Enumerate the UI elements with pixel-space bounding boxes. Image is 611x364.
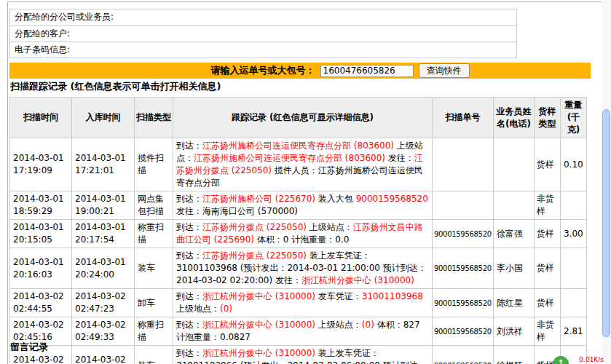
tracking-link[interactable]: 浙江杭州分拨中心 (310000)	[202, 348, 315, 358]
in-time-cell: 2014-03-02 02:47:23	[72, 289, 135, 317]
table-row: 2014-03-01 20:15:052014-03-01 20:17:54称重…	[10, 220, 587, 248]
tracking-text: 上级站点：	[307, 222, 353, 232]
table-row: 2014-03-02 02:45:162014-03-02 02:49:33称重…	[10, 317, 587, 346]
search-label: 请输入运单号或大包号：	[211, 64, 315, 77]
scan-type-cell: 装车	[135, 248, 173, 289]
tracking-text: 到达：	[176, 291, 202, 301]
tracking-text: 到达：	[176, 194, 202, 204]
weight-cell: 2.81	[561, 317, 587, 346]
column-header: 跟踪记录 (红色信息可显示详细信息)	[173, 98, 433, 138]
weight-cell	[561, 289, 587, 317]
tracking-link[interactable]: (0)	[362, 320, 374, 330]
tracking-record-cell: 到达：浙江杭州分拨中心 (310000) 装上发车凭证：31001102966 …	[173, 346, 433, 364]
scan-type-cell: 称重扫描	[135, 317, 173, 346]
scan-type-cell: 揽件扫描	[135, 138, 173, 191]
tracking-link[interactable]: 31001103968	[362, 291, 423, 301]
scan-time-cell: 2014-03-01 20:16:03	[10, 248, 72, 289]
message-records-title: 留言记录	[10, 341, 48, 354]
tracking-text: 到达：	[176, 320, 202, 330]
tracking-text: 到达：	[176, 141, 202, 151]
weight-cell: 0.10	[561, 138, 587, 191]
in-time-cell: 2014-03-01 17:21:01	[72, 138, 135, 191]
table-row: 2014-03-01 20:16:032014-03-01 20:24:00装车…	[10, 248, 587, 289]
tracking-link[interactable]: 江苏扬州分拨点 (225050)	[202, 250, 307, 261]
tracking-text: 到达：	[176, 250, 202, 261]
tracking-link[interactable]: 浙江杭州分拨中心 (310000)	[301, 275, 414, 285]
tracking-text: 上级站点：	[315, 320, 362, 330]
column-header: 重量 (千克)	[561, 98, 587, 138]
vertical-scrollbar[interactable]	[602, 0, 611, 364]
cargo-type-cell: 货样	[535, 220, 561, 248]
column-header: 扫描单号	[433, 98, 494, 138]
tracking-text: 装入大包	[315, 194, 356, 204]
scan-number-cell: 9000159568520	[433, 289, 494, 317]
tracking-text: 发车凭证：	[315, 291, 362, 301]
scan-type-cell: 卸车	[135, 289, 173, 317]
in-time-cell: 2014-03-02 02:49:33	[72, 317, 135, 346]
tracking-link[interactable]: (0)	[220, 304, 232, 314]
tracking-table-header: 扫描时间入库时间扫描类型跟踪记录 (红色信息可显示详细信息)扫描单号业务员姓名(…	[10, 98, 587, 138]
scan-number-cell: 9000159568520	[433, 317, 494, 346]
speed-indicator-text: 0.01K/s	[579, 356, 604, 363]
tracking-link[interactable]: 江苏扬州施桥公司连运便民寄存点分部 (803600)	[202, 141, 394, 151]
info-row-branch: 分配给的分公司或业务员:	[10, 9, 516, 25]
scan-number-cell: 9000159568520	[433, 346, 494, 364]
tracking-link[interactable]: 江苏扬州分拨点 (225050)	[202, 222, 307, 232]
scrollbar-thumb[interactable]	[602, 109, 610, 337]
scan-type-cell: 称重扫描	[135, 220, 173, 248]
table-row: 2014-03-01 18:59:292014-03-01 19:00:21网点…	[10, 191, 587, 220]
frame-left-border	[7, 1, 8, 364]
in-time-cell: 2014-03-01 19:00:21	[72, 191, 135, 220]
tracking-record-cell: 到达：浙江杭州分拨中心 (310000) 上级站点：(0) 体积：827 计泡重…	[173, 317, 433, 346]
frame-top-border	[7, 1, 611, 2]
search-bar: 请输入运单号或大包号： 查询快件	[9, 63, 591, 79]
table-row: 2014-03-02 02:47:272014-03-02 02:49:25装车…	[10, 346, 587, 364]
column-header: 入库时间	[72, 98, 135, 138]
waybill-input[interactable]	[320, 65, 414, 77]
cargo-type-cell: 货样	[535, 248, 561, 289]
tracking-record-cell: 到达：浙江杭州分拨中心 (310000) 发车凭证：31001103968 上级…	[173, 289, 433, 317]
scan-time-cell: 2014-03-01 18:59:29	[10, 191, 72, 220]
table-row: 2014-03-01 17:19:092014-03-01 17:21:01揽件…	[10, 138, 587, 191]
scan-number-cell	[433, 138, 494, 191]
scan-type-cell: 装车	[135, 346, 173, 364]
operator-name-cell: 李小国	[494, 248, 535, 289]
weight-cell: 3.00	[561, 220, 587, 248]
query-express-button[interactable]: 查询快件	[419, 63, 470, 78]
column-header: 扫描类型	[135, 98, 173, 138]
tracking-table-body: 2014-03-01 17:19:092014-03-01 17:21:01揽件…	[10, 138, 587, 364]
tracking-link[interactable]: 浙江杭州分拨中心 (310000)	[202, 291, 315, 301]
tracking-record-cell: 到达：江苏扬州施桥公司连运便民寄存点分部 (803600) 上级站点：江苏扬州施…	[173, 138, 433, 191]
column-header: 业务员姓名(电话)	[494, 98, 535, 138]
scan-time-cell: 2014-03-01 17:19:09	[10, 138, 72, 191]
scan-time-cell: 2014-03-01 20:15:05	[10, 220, 72, 248]
scan-number-cell: 9000159568520	[433, 248, 494, 289]
tracking-link[interactable]: 江苏扬州施桥公司连运便民寄存点分部 (803600)	[194, 153, 385, 163]
tracking-link[interactable]: 浙江杭州分拨中心 (310000)	[202, 320, 315, 330]
tracking-link[interactable]: 江苏扬州施桥公司 (225670)	[202, 194, 315, 204]
column-header: 货样类型	[535, 98, 561, 138]
tracking-table: 扫描时间入库时间扫描类型跟踪记录 (红色信息可显示详细信息)扫描单号业务员姓名(…	[9, 97, 587, 364]
tracking-link[interactable]: 9000159568520	[356, 194, 428, 204]
scan-tracking-title: 扫描跟踪记录 (红色信息表示可单击打开相关信息)	[10, 80, 221, 93]
info-row-barcode: 电子条码信息:	[10, 41, 516, 58]
cargo-type-cell: 货样	[535, 289, 561, 317]
in-time-cell: 2014-03-02 02:49:25	[72, 346, 135, 364]
cargo-type-cell: 货样	[535, 138, 561, 191]
in-time-cell: 2014-03-01 20:24:00	[72, 248, 135, 289]
tracking-text: 到达：	[176, 222, 202, 232]
operator-name-cell: 徐富强	[494, 220, 535, 248]
weight-cell	[561, 248, 587, 289]
operator-name-cell: 徐根旺	[494, 346, 535, 364]
tracking-text: 发往：海南海口公司 (570000)	[176, 206, 298, 216]
tracking-text: 体积：0 计泡重量：0.0	[254, 234, 349, 245]
operator-name-cell	[494, 138, 535, 191]
scan-number-cell	[433, 191, 494, 220]
scan-number-cell: 9000159568520	[433, 220, 494, 248]
operator-name-cell: 陈红星	[494, 289, 535, 317]
scan-type-cell: 网点集包扫描	[135, 191, 173, 220]
cargo-type-cell: 非货样	[535, 191, 561, 220]
weight-cell	[561, 191, 587, 220]
operator-name-cell: 刘洪祥	[494, 317, 535, 346]
info-row-customer: 分配给的客户:	[10, 25, 516, 41]
